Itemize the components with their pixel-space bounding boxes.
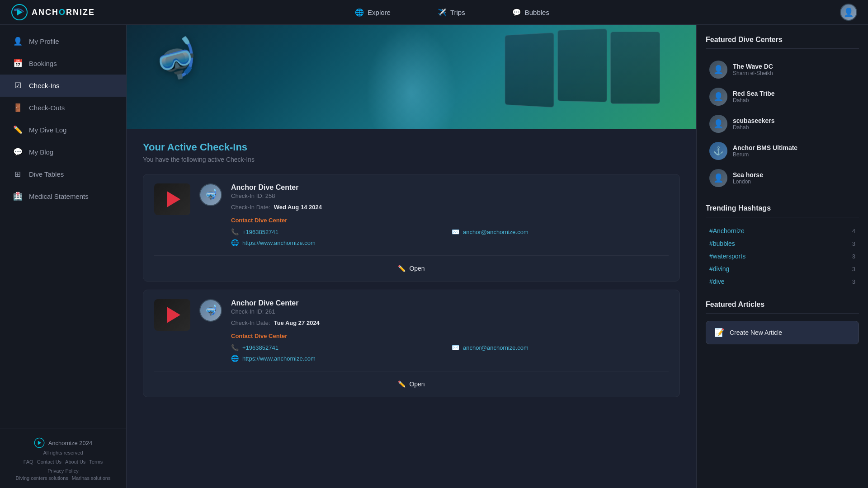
bubbles-icon: 💬 [512,8,521,17]
footer-brand: Anchornize 2024 [48,440,93,446]
sidebar-item-my-blog[interactable]: 💬 My Blog [0,141,126,163]
create-article-button[interactable]: 📝 Create New Article [706,321,859,344]
page-content-area: Your Active Check-Ins You have the follo… [127,129,696,418]
sidebar-item-check-ins[interactable]: ☑ Check-Ins [0,75,126,97]
contact-grid-1: 📞 +1963852741 ✉️ anchor@anchornize.com 🌐… [231,228,669,246]
contact-phone-1[interactable]: 📞 +1963852741 [231,228,448,235]
sidebar-item-my-profile[interactable]: 👤 My Profile [0,30,126,52]
dc-location-1: Dahab [733,97,775,103]
hero-cards [504,34,660,106]
dc-name-4: Sea horse [733,171,763,178]
website-icon-2: 🌐 [231,355,239,362]
medical-icon: 🏥 [13,192,23,201]
open-button-1[interactable]: ✏️ Open [391,262,432,275]
article-icon: 📝 [714,328,724,338]
footer-link-about[interactable]: About Us [65,459,85,465]
phone-icon-2: 📞 [231,344,239,351]
contact-phone-2[interactable]: 📞 +1963852741 [231,344,448,351]
hashtag-text-3: #diving [709,265,729,272]
footer-link-privacy[interactable]: Privacy Policy [47,468,78,474]
checkin-date-row-2: Check-In Date: Tue Aug 27 2024 [231,319,669,326]
dc-info-1: Red Sea Tribe Dahab [733,90,775,103]
website-value-2: https://www.anchornize.com [242,355,316,362]
hero-diver: 🤿 [149,33,204,86]
trips-label: Trips [450,9,465,16]
nav-explore[interactable]: 🌐 Explore [349,5,396,19]
checkin-card-1-body: 🤿 Anchor Dive Center Check-In ID: 258 Ch… [143,174,679,255]
hero-card-1 [505,33,554,108]
footer-logo-icon [34,437,45,448]
open-label-1: Open [409,265,425,272]
hero-overlay: 🤿 [127,25,696,129]
dc-avatar-1: 👤 [709,88,727,106]
check-outs-icon: 🚪 [13,103,23,113]
checkin-card-2-body: 🤿 Anchor Dive Center Check-In ID: 261 Ch… [143,290,679,371]
dc-info-3: Anchor BMS Ultimate Berum [733,144,797,158]
sidebar-item-label: Dive Tables [29,170,64,178]
nav-bubbles[interactable]: 💬 Bubbles [507,5,555,19]
contact-website-2[interactable]: 🌐 https://www.anchornize.com [231,355,448,362]
bubbles-label: Bubbles [525,9,549,16]
trips-icon: ✈️ [438,8,447,17]
dc-location-4: London [733,178,763,185]
sidebar-item-label: My Dive Log [29,126,66,134]
user-avatar[interactable]: 👤 [840,4,857,21]
pen-icon-2: ✏️ [398,380,406,388]
checkin-date-label-2: Check-In Date: [231,319,270,326]
bookings-icon: 📅 [13,59,23,68]
checkin-dc-name-1: Anchor Dive Center [231,183,669,192]
footer-links: FAQ Contact Us About Us Terms Privacy Po… [9,459,117,474]
contact-title-2: Contact Dive Center [231,333,669,339]
email-icon-1: ✉️ [452,228,459,235]
hero-card-2 [557,28,607,102]
sidebar-item-medical-statements[interactable]: 🏥 Medical Statements [0,185,126,207]
contact-email-2[interactable]: ✉️ anchor@anchornize.com [452,344,669,351]
footer-link-contact[interactable]: Contact Us [37,459,61,465]
sidebar-item-label: My Profile [29,38,59,45]
phone-value-2: +1963852741 [242,344,278,351]
footer-link-marinas[interactable]: Marinas solutions [72,475,111,481]
dc-item-3[interactable]: ⚓ Anchor BMS Ultimate Berum [706,137,859,164]
footer-logo: Anchornize 2024 [9,437,117,448]
sidebar: 👤 My Profile 📅 Bookings ☑ Check-Ins 🚪 Ch… [0,25,127,488]
explore-label: Explore [368,9,391,16]
open-button-2[interactable]: ✏️ Open [391,378,432,390]
dc-name-2: scubaseekers [733,117,775,124]
hashtag-item-1[interactable]: #bubbles 3 [706,237,859,250]
hashtag-text-1: #bubbles [709,240,735,247]
dc-info-0: The Wave DC Sharm el-Sheikh [733,63,773,76]
dive-tables-icon: ⊞ [13,169,23,179]
logo-area[interactable]: ANCHORNIZE [11,4,137,21]
dc-item-4[interactable]: 👤 Sea horse London [706,164,859,192]
dc-avatar-4: 👤 [709,169,727,187]
dc-item-1[interactable]: 👤 Red Sea Tribe Dahab [706,83,859,110]
dc-item-0[interactable]: 👤 The Wave DC Sharm el-Sheikh [706,56,859,83]
contact-email-1[interactable]: ✉️ anchor@anchornize.com [452,228,669,235]
dc-location-3: Berum [733,151,797,158]
play-arrow-2 [167,307,180,323]
footer-link-terms[interactable]: Terms [89,459,103,465]
hashtag-count-3: 3 [852,266,855,272]
hashtag-item-0[interactable]: #Anchornize 4 [706,225,859,237]
footer-link-faq[interactable]: FAQ [24,459,33,465]
nav-trips[interactable]: ✈️ Trips [432,5,471,19]
checkin-logo-1 [154,183,190,215]
dc-item-2[interactable]: 👤 scubaseekers Dahab [706,110,859,137]
sidebar-item-check-outs[interactable]: 🚪 Check-Outs [0,97,126,119]
hashtag-item-4[interactable]: #dive 3 [706,275,859,288]
footer-link-diving-centers[interactable]: Diving centers solutions [16,475,68,481]
sidebar-item-dive-tables[interactable]: ⊞ Dive Tables [0,163,126,185]
hashtag-item-3[interactable]: #diving 3 [706,263,859,275]
sidebar-footer: Anchornize 2024 All rights reserved FAQ … [0,428,126,488]
contact-website-1[interactable]: 🌐 https://www.anchornize.com [231,239,448,246]
sidebar-item-bookings[interactable]: 📅 Bookings [0,52,126,75]
email-value-2: anchor@anchornize.com [463,344,528,351]
sidebar-item-my-dive-log[interactable]: ✏️ My Dive Log [0,119,126,141]
hashtag-item-2[interactable]: #watersports 3 [706,250,859,263]
dc-avatar-2: 👤 [709,115,727,133]
sidebar-item-label: Check-Ins [29,82,60,89]
checkin-date-row-1: Check-In Date: Wed Aug 14 2024 [231,204,669,211]
checkin-date-value-1: Wed Aug 14 2024 [274,204,322,211]
email-value-1: anchor@anchornize.com [463,229,528,235]
checkin-dc-avatar-1: 🤿 [199,183,222,206]
